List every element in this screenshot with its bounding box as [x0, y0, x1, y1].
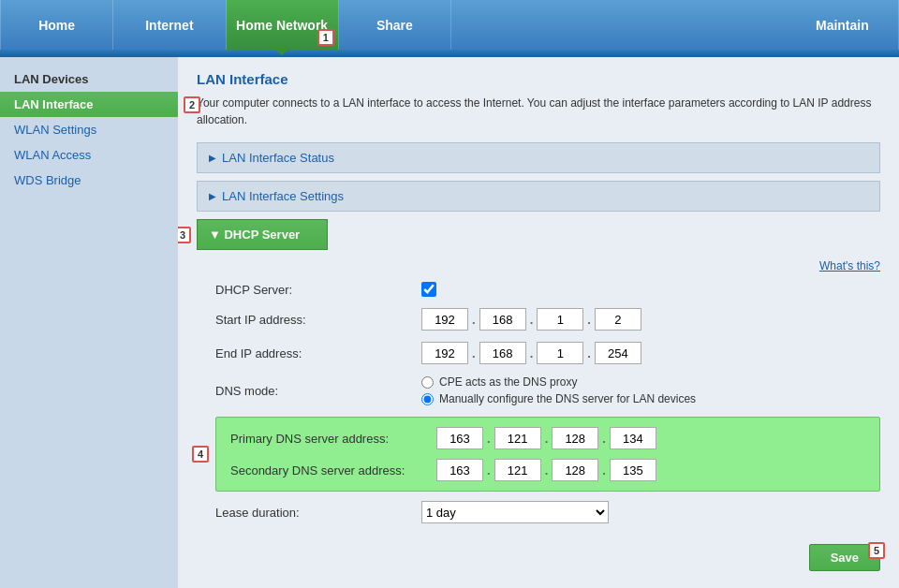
lan-interface-status-bar[interactable]: ▶ LAN Interface Status — [197, 142, 880, 173]
start-ip-row: Start IP address: . . . — [197, 308, 880, 331]
end-ip-2[interactable] — [479, 342, 526, 364]
primary-dns-row: Primary DNS server address: . . . — [230, 427, 865, 449]
dhcp-server-label: ▼ DHCP Server — [209, 228, 300, 242]
nav-tab-share[interactable]: Share — [339, 0, 451, 50]
dns-mode-proxy-label: CPE acts as the DNS proxy — [439, 375, 577, 389]
dns-mode-proxy-radio[interactable] — [421, 376, 434, 389]
secondary-dns-3[interactable] — [552, 459, 598, 481]
save-area: Save 5 — [197, 535, 880, 581]
secondary-dns-row: Secondary DNS server address: . . . — [230, 459, 865, 481]
whats-this-link[interactable]: What's this? — [197, 259, 880, 272]
nav-tab-maintain[interactable]: Maintain — [787, 0, 899, 50]
dns-mode-radio-group: CPE acts as the DNS proxy Manually confi… — [421, 375, 696, 405]
dns-mode-manual-label: Manually configure the DNS server for LA… — [439, 392, 696, 405]
arrow-icon-2: ▶ — [209, 191, 216, 201]
start-ip-3[interactable] — [537, 308, 583, 331]
start-ip-2[interactable] — [479, 308, 526, 331]
secondary-dns-label: Secondary DNS server address: — [230, 463, 436, 478]
primary-dns-1[interactable] — [436, 427, 483, 449]
blue-separator — [0, 50, 899, 57]
page-description: Your computer connects to a LAN interfac… — [197, 95, 880, 128]
primary-dns-4[interactable] — [610, 427, 656, 449]
end-ip-label: End IP address: — [215, 346, 421, 360]
dhcp-server-field-label: DHCP Server: — [215, 283, 421, 297]
dns-mode-manual-option[interactable]: Manually configure the DNS server for LA… — [421, 392, 696, 405]
dns-mode-manual-radio[interactable] — [421, 393, 434, 405]
sidebar-item-wds-bridge[interactable]: WDS Bridge — [0, 168, 178, 193]
badge-3: 3 — [178, 227, 191, 243]
secondary-dns-2[interactable] — [494, 459, 541, 481]
sidebar-item-wlan-settings[interactable]: WLAN Settings — [0, 117, 178, 142]
main-layout: LAN Devices LAN Interface 2 WLAN Setting… — [0, 57, 899, 588]
sidebar-item-wlan-access[interactable]: WLAN Access — [0, 142, 178, 168]
primary-dns-value: . . . — [436, 427, 656, 449]
lease-duration-label: Lease duration: — [215, 506, 421, 520]
end-ip-1[interactable] — [421, 342, 468, 364]
dhcp-server-checkbox[interactable] — [421, 282, 436, 297]
lease-duration-select[interactable]: 1 day 2 days 3 days 7 days Forever — [421, 501, 609, 523]
page-title: LAN Interface — [197, 71, 880, 87]
primary-dns-3[interactable] — [552, 427, 598, 449]
dns-mode-label: DNS mode: — [215, 384, 421, 398]
dns-mode-proxy-option[interactable]: CPE acts as the DNS proxy — [421, 375, 696, 389]
lan-interface-settings-label: LAN Interface Settings — [222, 189, 344, 203]
end-ip-row: End IP address: . . . — [197, 342, 880, 364]
secondary-dns-4[interactable] — [610, 459, 656, 481]
dns-mode-value: CPE acts as the DNS proxy Manually confi… — [421, 375, 696, 405]
nav-tab-home[interactable]: Home — [0, 0, 113, 50]
dhcp-server-row: DHCP Server: — [197, 282, 880, 297]
start-ip-value: . . . — [421, 308, 641, 331]
nav-tab-internet[interactable]: Internet — [113, 0, 226, 50]
dhcp-server-bar[interactable]: 3 ▼ DHCP Server — [197, 219, 328, 250]
sidebar-section-title: LAN Devices — [0, 66, 178, 92]
green-dns-section: 4 Primary DNS server address: . . . — [215, 417, 880, 492]
badge-5: 5 — [868, 542, 885, 559]
sidebar: LAN Devices LAN Interface 2 WLAN Setting… — [0, 57, 178, 588]
dns-mode-row: DNS mode: CPE acts as the DNS proxy Manu… — [197, 375, 880, 405]
lease-duration-row: Lease duration: 1 day 2 days 3 days 7 da… — [197, 501, 880, 523]
dhcp-server-value — [421, 282, 436, 297]
lan-interface-settings-bar[interactable]: ▶ LAN Interface Settings — [197, 181, 880, 212]
badge-4: 4 — [192, 446, 209, 463]
nav-tab-home-network[interactable]: Home Network 1 — [227, 0, 339, 50]
end-ip-4[interactable] — [595, 342, 641, 364]
primary-dns-2[interactable] — [494, 427, 541, 449]
arrow-icon: ▶ — [209, 153, 216, 163]
start-ip-label: Start IP address: — [215, 313, 421, 327]
primary-dns-label: Primary DNS server address: — [230, 432, 436, 446]
end-ip-3[interactable] — [537, 342, 583, 364]
content-area: LAN Interface Your computer connects to … — [178, 57, 899, 588]
badge-1: 1 — [317, 29, 334, 46]
lease-duration-value: 1 day 2 days 3 days 7 days Forever — [421, 501, 609, 523]
dhcp-form: DHCP Server: Start IP address: . . . — [197, 277, 880, 585]
start-ip-1[interactable] — [421, 308, 468, 331]
secondary-dns-value: . . . — [436, 459, 656, 481]
badge-2: 2 — [184, 96, 200, 113]
end-ip-value: . . . — [421, 342, 641, 364]
sidebar-item-lan-interface[interactable]: LAN Interface 2 — [0, 92, 178, 117]
secondary-dns-1[interactable] — [436, 459, 483, 481]
lan-interface-status-label: LAN Interface Status — [222, 151, 334, 165]
start-ip-4[interactable] — [595, 308, 641, 331]
top-navigation: Home Internet Home Network 1 Share Maint… — [0, 0, 899, 50]
dhcp-server-container: 3 ▼ DHCP Server — [197, 219, 880, 250]
